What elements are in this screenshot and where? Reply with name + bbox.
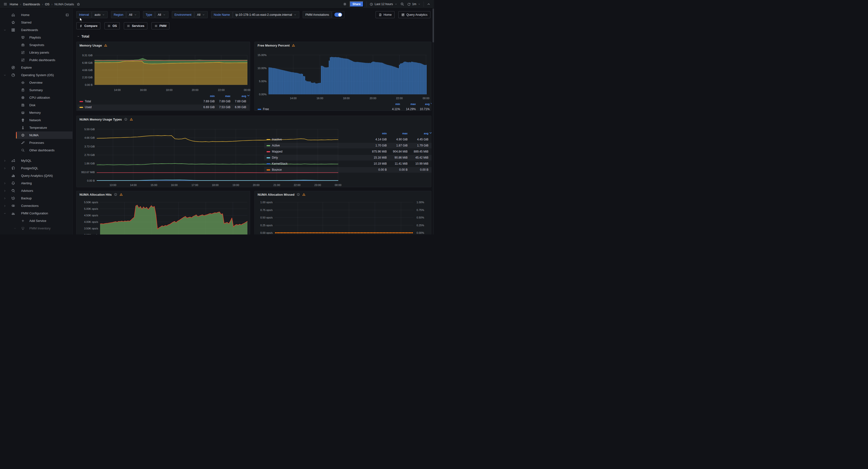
sidebar-item-label: Dashboards: [0, 26, 72, 34]
panel-header-numa-allocation-hits[interactable]: NUMA Allocation Hits: [76, 191, 250, 198]
node-name-select[interactable]: ip-10-178-1-40.us-east-2.compute.interna…: [233, 11, 299, 18]
breadcrumb-home[interactable]: Home: [10, 2, 18, 6]
legend-label-KernelStack[interactable]: KernelStack: [272, 162, 288, 166]
legend-label-Bounce[interactable]: Bounce: [272, 168, 282, 171]
warning-icon[interactable]: [104, 43, 107, 47]
sidebar-item-summary[interactable]: Summary: [0, 86, 72, 94]
pmm-button[interactable]: PMM: [151, 22, 169, 29]
breadcrumb-dashboards[interactable]: Dashboards: [23, 2, 40, 6]
services-button[interactable]: Services: [124, 22, 147, 29]
favorite-star-icon[interactable]: [76, 2, 80, 6]
panel-memory-usage: Memory Usage 9.31 GiB6.98 GiB4.66 GiB2.3…: [76, 42, 250, 111]
os-button[interactable]: OS: [104, 22, 120, 29]
type-select[interactable]: All: [155, 11, 168, 18]
legend-label-Used[interactable]: Used: [85, 106, 92, 109]
panel-numa-allocation-hits: NUMA Allocation Hits 5.50K ops/s5.00K op…: [76, 191, 250, 235]
menu-icon[interactable]: [3, 2, 7, 6]
type-label[interactable]: Type: [143, 11, 155, 18]
panel-header-memory-usage[interactable]: Memory Usage: [76, 42, 250, 49]
row-header-total[interactable]: Total: [77, 34, 434, 38]
axis-label: 4.66 GiB: [82, 69, 93, 71]
sidebar-item-network[interactable]: Network: [0, 116, 72, 124]
sidebar-item-postgresql[interactable]: PostgreSQL: [0, 165, 72, 172]
sidebar-item-cpu-utilization[interactable]: CPU utilization: [0, 94, 72, 101]
zoom-out-icon[interactable]: [400, 2, 404, 6]
filter-row: Interval auto Region All Type All Enviro…: [76, 11, 430, 18]
sidebar-item-home[interactable]: Home: [0, 11, 72, 19]
sidebar-item-numa[interactable]: NUMA: [0, 131, 72, 139]
region-select[interactable]: All: [126, 11, 140, 18]
sidebar-item-dashboards[interactable]: Dashboards: [0, 26, 72, 34]
interval-label[interactable]: Interval: [76, 11, 92, 18]
sidebar-item-operating-system-os[interactable]: Operating System (OS): [0, 71, 72, 79]
legend-label-Mapped[interactable]: Mapped: [272, 150, 282, 153]
environment-select[interactable]: All: [194, 11, 208, 18]
panel-header-numa-allocation-missed[interactable]: NUMA Allocation Missed: [255, 191, 431, 198]
info-icon[interactable]: [114, 193, 117, 196]
pmm-annotations-label[interactable]: PMM Annotations: [303, 11, 332, 18]
legend-label-Dirty[interactable]: Dirty: [272, 156, 278, 159]
legend-swatch: [267, 157, 270, 158]
axis-label: 0.00 B: [87, 179, 95, 182]
sidebar-item-disk[interactable]: Disk: [0, 101, 72, 109]
warning-icon[interactable]: [302, 193, 306, 196]
sidebar-item-pmm-inventory[interactable]: PMM Inventory: [0, 225, 72, 232]
panel-header-numa-memory-usage-types[interactable]: NUMA Memory Usage Types: [76, 116, 431, 123]
refresh-picker[interactable]: 1m: [407, 2, 421, 6]
sidebar-item-playlists[interactable]: Playlists: [0, 34, 72, 41]
scrollbar-thumb[interactable]: [433, 8, 434, 42]
top-nav: Home › Dashboards › OS › NUMA Details Sh…: [0, 0, 434, 8]
sidebar-item-alerting[interactable]: Alerting: [0, 179, 72, 187]
warning-icon[interactable]: [120, 193, 123, 196]
collapse-sidebar-icon[interactable]: [65, 13, 69, 17]
sidebar-item-advisors[interactable]: Advisors: [0, 187, 72, 195]
legend-label-Active[interactable]: Active: [272, 144, 280, 147]
sidebar-item-label: Overview: [0, 79, 72, 86]
axis-label: 2.33 GiB: [82, 76, 93, 79]
pmm-annotations-toggle[interactable]: [332, 11, 344, 18]
compare-button[interactable]: Compare: [76, 22, 100, 29]
sidebar-item-temperature[interactable]: Temperature: [0, 124, 72, 131]
sidebar-item-processes[interactable]: Processes: [0, 139, 72, 146]
legend-swatch: [80, 107, 83, 108]
share-button[interactable]: Share: [350, 1, 364, 7]
node-name-label[interactable]: Node Name: [211, 11, 232, 18]
pmm-label: PMM: [159, 24, 166, 28]
home-dashboard-button[interactable]: Home: [376, 11, 395, 18]
collapse-topbar-icon[interactable]: [427, 2, 431, 6]
sidebar-item-query-analytics-qan[interactable]: Query Analytics (QAN): [0, 172, 72, 179]
sidebar-item-add-service[interactable]: Add Service: [0, 217, 72, 225]
sidebar-item-overview[interactable]: Overview: [0, 79, 72, 86]
breadcrumb-os[interactable]: OS: [45, 2, 50, 6]
page-scrollbar[interactable]: [433, 8, 434, 235]
query-analytics-button[interactable]: Query Analytics: [398, 11, 430, 18]
chevron-down-icon: [294, 13, 297, 16]
menu-list-icon: [107, 24, 111, 28]
dashboard-settings-icon[interactable]: [343, 2, 347, 6]
sidebar-item-mysql[interactable]: MySQL: [0, 157, 72, 165]
legend-label-Free[interactable]: Free: [263, 108, 269, 111]
sidebar-item-public-dashboards[interactable]: Public dashboards: [0, 56, 72, 64]
warning-icon[interactable]: [130, 118, 133, 121]
info-icon[interactable]: [297, 193, 300, 196]
sidebar-item-pmm-configuration[interactable]: PMM Configuration: [0, 209, 72, 217]
time-range-picker[interactable]: Last 12 hours: [370, 2, 397, 6]
sidebar-item-library-panels[interactable]: Library panels: [0, 49, 72, 56]
divider: [424, 1, 424, 7]
sidebar-item-explore[interactable]: Explore: [0, 64, 72, 71]
warning-icon[interactable]: [292, 43, 295, 47]
sidebar-item-other-dashboards[interactable]: Other dashboards: [0, 146, 72, 154]
legend-label-Total[interactable]: Total: [85, 100, 91, 103]
sidebar-item-memory[interactable]: Memory: [0, 109, 72, 116]
sidebar-item-starred[interactable]: Starred: [0, 19, 72, 26]
legend-label-Inactive[interactable]: Inactive: [272, 138, 282, 141]
info-icon[interactable]: [124, 118, 127, 121]
region-label[interactable]: Region: [111, 11, 126, 18]
panel-header-free-memory-percent[interactable]: Free Memory Percent: [255, 42, 431, 49]
type-value: All: [158, 13, 161, 17]
sidebar-item-backup[interactable]: Backup: [0, 195, 72, 202]
sidebar-item-snapshots[interactable]: Snapshots: [0, 41, 72, 49]
environment-label[interactable]: Environment: [172, 11, 194, 18]
sidebar-item-connections[interactable]: Connections: [0, 202, 72, 209]
interval-select[interactable]: auto: [92, 11, 107, 18]
